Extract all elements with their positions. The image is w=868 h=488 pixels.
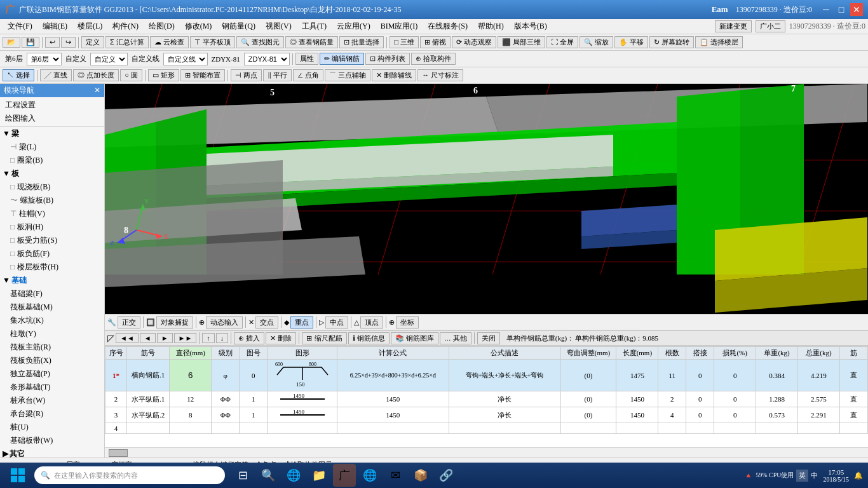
rotate-button[interactable]: ↻ 屏幕旋转: [649, 36, 694, 48]
scroll-thumb[interactable]: [109, 449, 128, 457]
find-element-button[interactable]: 🔍 查找图元: [236, 36, 284, 48]
save-button[interactable]: 💾: [22, 37, 39, 48]
sidebar-item-spiral-slab[interactable]: 〜 螺旋板(B): [0, 194, 104, 207]
menu-view[interactable]: 视图(V): [261, 20, 297, 33]
close-button[interactable]: ✕: [850, 3, 863, 16]
menu-cloud[interactable]: 云应用(Y): [332, 20, 376, 33]
menu-component[interactable]: 构件(N): [107, 20, 144, 33]
component-list-button[interactable]: ⊡ 构件列表: [365, 53, 410, 65]
fullscreen-button[interactable]: ⛶ 全屏: [546, 36, 578, 48]
td-dia[interactable]: 8: [170, 407, 212, 423]
nav-last-button[interactable]: ►►: [174, 333, 197, 343]
menu-bim[interactable]: BIM应用(I): [376, 20, 423, 33]
sidebar-item-raft[interactable]: 筏板基础(M): [0, 301, 104, 314]
td-barno[interactable]: 水平纵筋.1: [127, 391, 170, 407]
undo-button[interactable]: ↩: [45, 37, 60, 48]
rebar-corner-icon[interactable]: ◸: [107, 333, 114, 344]
td-barno[interactable]: 横向钢筋.1: [127, 360, 170, 391]
sidebar-item-draw-input[interactable]: 绘图输入: [0, 112, 104, 125]
point-len-button[interactable]: ◎ 点加长度: [73, 69, 119, 81]
vertex-button[interactable]: 顶点: [360, 316, 383, 329]
dynamic-obs-button[interactable]: ⟳ 动态观察: [452, 36, 496, 48]
select-floor-button[interactable]: 📋 选择楼层: [695, 36, 743, 48]
taskbar-icon-folder[interactable]: 📁: [308, 464, 330, 487]
zoom-button[interactable]: 🔍 缩放: [580, 36, 613, 48]
td-dia[interactable]: [170, 360, 212, 391]
table-row[interactable]: 1* 横向钢筋.1 φ 0 150 600: [105, 360, 868, 391]
ortho-button[interactable]: 正交: [118, 316, 140, 329]
pick-component-button[interactable]: ⊕ 拾取构件: [411, 53, 456, 65]
tray-icon1[interactable]: 🔺: [744, 471, 753, 480]
sidebar-item-pit[interactable]: 集水坑(K): [0, 314, 104, 327]
level-top-button[interactable]: ⊤ 平齐板顶: [190, 36, 235, 48]
sidebar-item-pile-cap[interactable]: 桩承台(W): [0, 394, 104, 407]
sidebar-item-beam-b[interactable]: □ 圈梁(B): [0, 154, 104, 167]
maximize-button[interactable]: □: [835, 3, 848, 16]
sidebar-folder-beam[interactable]: ▼ 梁: [0, 127, 104, 140]
rebar-lib-button[interactable]: 📚 钢筋图库: [391, 332, 438, 344]
dim-button[interactable]: ↔ 尺寸标注: [417, 69, 463, 81]
open-button[interactable]: 📂: [3, 37, 20, 48]
sidebar-item-raft-main[interactable]: 筏板主筋(R): [0, 341, 104, 354]
view-rebar-button[interactable]: ◎ 查看钢筋量: [285, 36, 338, 48]
sidebar-controls[interactable]: ✕: [94, 86, 100, 95]
menu-rebar[interactable]: 钢筋量(Q): [217, 20, 261, 33]
table-row[interactable]: 3 水平纵筋.2 8 ΦΦ 1 1450 1450 净长: [105, 407, 868, 423]
td-shape[interactable]: 0: [240, 360, 268, 391]
sum-calc-button[interactable]: Σ 汇总计算: [105, 36, 149, 48]
menu-draw[interactable]: 绘图(D): [144, 20, 180, 33]
del-aux-button[interactable]: ✕ 删除辅线: [372, 69, 416, 81]
sidebar-item-found-beam[interactable]: 基础梁(F): [0, 287, 104, 301]
circle-button[interactable]: ○ 圆: [120, 69, 142, 81]
clock[interactable]: 17:05 2018/5/15: [823, 468, 849, 483]
nav-down-button[interactable]: ↓: [216, 333, 229, 343]
sidebar-item-isolated[interactable]: 独立基础(P): [0, 367, 104, 381]
define-button[interactable]: 定义: [81, 36, 104, 48]
viewport-area[interactable]: X Y Z 5 6 7 8: [105, 84, 868, 314]
center-button[interactable]: 中点: [325, 316, 348, 329]
angle-button[interactable]: ∠ 点角: [293, 69, 323, 81]
code-select[interactable]: ZDYX-81: [244, 53, 290, 65]
menu-floor[interactable]: 楼层(L): [72, 20, 107, 33]
obj-snap-button[interactable]: 对象捕捉: [156, 316, 193, 329]
coord-button[interactable]: 坐标: [396, 316, 419, 329]
td-shape[interactable]: 1: [240, 391, 268, 407]
layer-select[interactable]: 第6层: [27, 53, 62, 65]
property-button[interactable]: 属性: [295, 53, 318, 65]
sidebar-item-cast-slab[interactable]: □ 现浇板(B): [0, 180, 104, 194]
menu-modify[interactable]: 修改(M): [180, 20, 217, 33]
sidebar-item-pier[interactable]: 柱墩(Y): [0, 327, 104, 341]
minimize-button[interactable]: ─: [820, 3, 832, 16]
select-tool-button[interactable]: ↖ 选择: [3, 69, 34, 81]
line-tool-button[interactable]: ╱ 直线: [40, 69, 72, 81]
type-select[interactable]: 自定义: [90, 53, 128, 65]
close-editor-button[interactable]: 关闭: [477, 332, 500, 344]
midpoint-button[interactable]: 重点: [290, 316, 313, 329]
taskbar-icon-mail[interactable]: ✉: [384, 464, 407, 487]
menu-online[interactable]: 在线服务(S): [423, 20, 473, 33]
intersection-button[interactable]: 交点: [255, 316, 278, 329]
taskbar-icon-store[interactable]: 📦: [409, 464, 432, 487]
delete-row-button[interactable]: ✕ 删除: [266, 332, 296, 344]
taskbar-icon-search[interactable]: 🔍: [257, 464, 280, 487]
menu-version[interactable]: 版本号(B): [509, 20, 552, 33]
company-button[interactable]: 广小二: [756, 20, 785, 32]
td-grade[interactable]: ΦΦ: [212, 391, 240, 407]
tray-lang[interactable]: 英: [796, 470, 808, 482]
local-3d-button[interactable]: ⬛ 局部三维: [498, 36, 545, 48]
nav-prev-button[interactable]: ◄: [140, 333, 156, 343]
rebar-info-button[interactable]: ℹ 钢筋信息: [348, 332, 390, 344]
sidebar-item-project-setup[interactable]: 工程设置: [0, 98, 104, 112]
sidebar-folder-foundation[interactable]: ▼ 基础: [0, 274, 104, 287]
td-grade[interactable]: ΦΦ: [212, 407, 240, 423]
sidebar-item-rebar-s[interactable]: □ 板受力筋(S): [0, 234, 104, 247]
sidebar-item-cap[interactable]: ⊤ 柱帽(V): [0, 207, 104, 220]
smart-layout-button[interactable]: ⊞ 智能布置: [180, 69, 225, 81]
taskbar-icon-link[interactable]: 🔗: [435, 464, 458, 487]
dia-input[interactable]: [178, 370, 203, 380]
td-grade[interactable]: φ: [212, 360, 240, 391]
3d-button[interactable]: □ 三维: [390, 36, 419, 48]
notification-icon[interactable]: 🔔: [854, 471, 863, 480]
sidebar-folder-other[interactable]: ▶ 其它: [0, 447, 104, 458]
sidebar-item-pile[interactable]: 桩(U): [0, 421, 104, 434]
